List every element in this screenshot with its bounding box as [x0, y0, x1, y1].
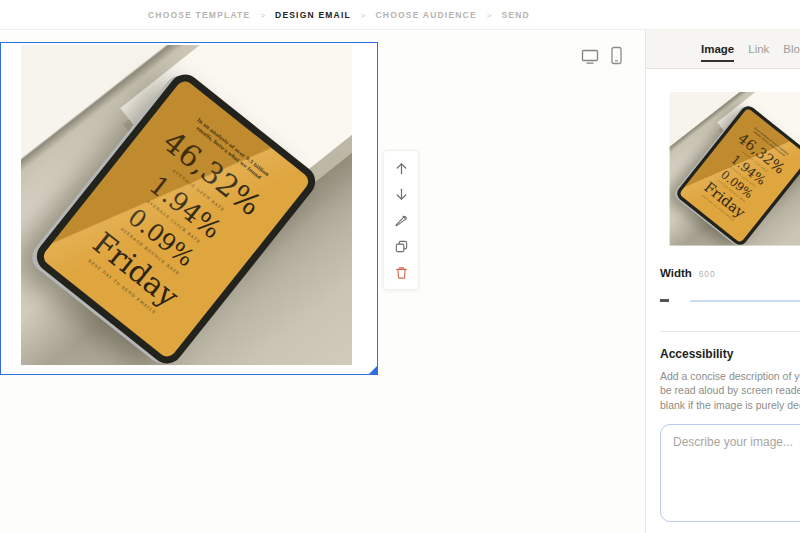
- slider-track[interactable]: [690, 300, 800, 302]
- email-image-photo: In an analysis of over 9.5 billion email…: [660, 91, 800, 247]
- breadcrumb-separator: >: [361, 11, 366, 20]
- breadcrumb-separator: >: [487, 11, 492, 20]
- preview-toggles: [580, 46, 623, 69]
- settings-sidebar: Image Link Block In an analysis of over …: [645, 30, 800, 533]
- mobile-preview-button[interactable]: [610, 46, 623, 69]
- breadcrumb-design-email[interactable]: DESIGN EMAIL: [275, 10, 351, 20]
- sidebar-thumbnail-host: In an analysis of over 9.5 billion email…: [660, 91, 800, 247]
- mockup-scene: In an analysis of over 9.5 billion email…: [670, 92, 800, 246]
- breadcrumb-choose-audience[interactable]: CHOOSE AUDIENCE: [376, 10, 477, 20]
- mobile-icon: [610, 54, 623, 69]
- accessibility-description: Add a concise description of your image …: [660, 369, 800, 412]
- desktop-preview-button[interactable]: [580, 47, 600, 69]
- resize-handle[interactable]: [368, 365, 378, 375]
- email-image-photo: In an analysis of over 9.5 billion email…: [1, 43, 377, 374]
- pencil-icon: [394, 213, 409, 228]
- tab-link[interactable]: Link: [748, 30, 769, 68]
- tab-image[interactable]: Image: [701, 30, 734, 68]
- tab-block[interactable]: Block: [783, 30, 800, 68]
- move-up-button[interactable]: [389, 157, 413, 179]
- top-bar: CHOOSE TEMPLATE > DESIGN EMAIL > CHOOSE …: [0, 0, 800, 30]
- sidebar-tabbar: Image Link Block: [646, 30, 800, 69]
- duplicate-button[interactable]: [389, 235, 413, 257]
- selected-image-block[interactable]: In an analysis of over 9.5 billion email…: [0, 42, 378, 375]
- arrow-down-icon: [394, 187, 409, 202]
- slider-min-dash: [660, 299, 669, 302]
- breadcrumb: CHOOSE TEMPLATE > DESIGN EMAIL > CHOOSE …: [148, 0, 530, 30]
- duplicate-icon: [394, 239, 409, 254]
- move-down-button[interactable]: [389, 183, 413, 205]
- sidebar-content: In an analysis of over 9.5 billion email…: [660, 69, 800, 522]
- desktop-icon: [580, 54, 600, 69]
- width-slider[interactable]: [660, 293, 800, 307]
- width-label: Width: [660, 267, 692, 279]
- section-divider: [660, 331, 800, 332]
- width-control: Width 600: [660, 267, 800, 279]
- breadcrumb-send[interactable]: SEND: [501, 10, 529, 20]
- width-value: 600: [699, 269, 716, 279]
- image-description-input[interactable]: [660, 424, 800, 522]
- block-toolbar: [383, 150, 419, 290]
- arrow-up-icon: [394, 161, 409, 176]
- delete-button[interactable]: [389, 261, 413, 283]
- breadcrumb-separator: >: [260, 11, 265, 20]
- mockup-scene: In an analysis of over 9.5 billion email…: [21, 45, 352, 365]
- email-canvas: In an analysis of over 9.5 billion email…: [0, 30, 645, 533]
- edit-button[interactable]: [389, 209, 413, 231]
- trash-icon: [394, 265, 409, 280]
- accessibility-heading: Accessibility: [660, 347, 800, 361]
- breadcrumb-choose-template[interactable]: CHOOSE TEMPLATE: [148, 10, 250, 20]
- sidebar-thumbnail: In an analysis of over 9.5 billion email…: [660, 91, 800, 247]
